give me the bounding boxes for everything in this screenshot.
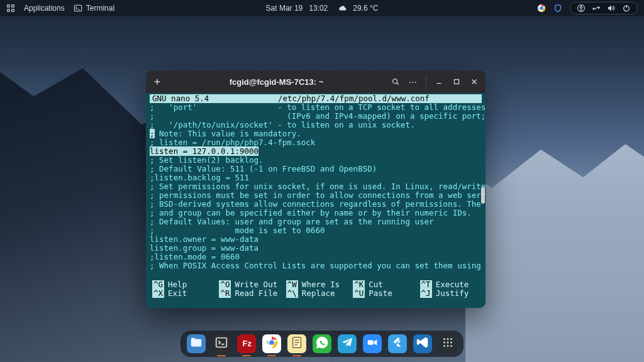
nano-line: ; Note: This value is mandatory. — [150, 129, 482, 138]
svg-point-26 — [450, 345, 452, 347]
close-button[interactable] — [468, 75, 480, 88]
chrome-tray-icon[interactable] — [537, 4, 546, 13]
nano-line: ; BSD-derived systems allow connections … — [150, 200, 482, 209]
accessibility-icon — [577, 4, 586, 13]
shortcut-label: Where Is — [302, 280, 340, 289]
dock-app-files[interactable] — [187, 334, 206, 353]
active-window-indicator[interactable]: Terminal — [74, 4, 114, 13]
dock-app-notes[interactable] — [287, 334, 306, 353]
dock-app-vscode[interactable] — [413, 334, 432, 353]
minimize-button[interactable] — [433, 75, 445, 88]
top-panel: Applications Terminal Sat Mar 19 13:02 2… — [0, 0, 644, 16]
svg-point-25 — [447, 345, 449, 347]
terminal-scrollbar[interactable] — [481, 187, 485, 204]
terminal-icon — [214, 336, 228, 352]
nano-shortcut: ^WWhere Is — [286, 280, 345, 289]
shortcut-label: Paste — [369, 289, 392, 298]
svg-rect-3 — [12, 9, 14, 12]
window-title: fcgid@fcgid-MS-7C13: ~ — [169, 77, 384, 87]
shield-icon[interactable] — [553, 4, 562, 13]
nano-line: ; Set permissions for unix socket, if on… — [150, 182, 482, 191]
svg-point-24 — [443, 345, 445, 347]
shortcut-label: Help — [168, 280, 187, 289]
dock-app-filezilla[interactable]: Fz — [237, 334, 256, 353]
shortcut-label: Read File — [235, 289, 277, 298]
svg-point-22 — [447, 342, 449, 344]
active-window-label: Terminal — [86, 4, 114, 13]
nano-shortcut: ^RRead File — [219, 289, 278, 298]
power-icon — [622, 4, 631, 13]
terminal-icon — [74, 4, 82, 13]
nano-shortcuts: ^GHelp^OWrite Out^WWhere Is^KCut^TExecut… — [150, 279, 482, 300]
dock-app-chrome[interactable] — [262, 334, 281, 353]
grid-icon — [441, 336, 455, 352]
weather-temp: 29.6 °C — [353, 4, 378, 13]
dock-app-whatsapp[interactable] — [313, 334, 331, 353]
shortcut-key: ^W — [286, 280, 298, 289]
applications-menu[interactable]: Applications — [24, 4, 65, 13]
shortcut-key: ^G — [152, 280, 164, 289]
shortcut-key: ^X — [152, 289, 164, 298]
nano-shortcut: ^TExecute — [420, 280, 479, 289]
shortcut-key: ^O — [219, 280, 231, 289]
shortcut-label: Justify — [436, 289, 469, 298]
svg-text:Fz: Fz — [243, 339, 252, 348]
nano-line: ; When POSIX Access Control Lists are su… — [150, 261, 482, 270]
dock-app-terminal[interactable] — [212, 334, 231, 353]
vscode-icon — [416, 336, 430, 352]
dock-app-flutter[interactable] — [388, 334, 407, 353]
dock-app-telegram[interactable] — [338, 334, 357, 353]
zoom-icon — [365, 336, 379, 352]
shortcut-key: ^R — [219, 289, 231, 298]
nano-line: ; mode is set to 0660 — [150, 226, 482, 235]
svg-rect-12 — [216, 338, 227, 348]
shortcut-label: Write Out — [235, 280, 277, 289]
nano-line: listen.owner = www-data — [150, 235, 482, 244]
svg-rect-1 — [12, 5, 14, 8]
window-titlebar[interactable]: fcgid@fcgid-MS-7C13: ~ ⋯ — [146, 70, 486, 93]
shortcut-key: ^T — [420, 280, 432, 289]
svg-rect-17 — [368, 340, 374, 344]
dock: Fz — [180, 331, 464, 357]
svg-point-23 — [450, 342, 452, 344]
shortcut-key: ^U — [353, 289, 365, 298]
system-status-pill[interactable] — [570, 2, 638, 14]
clock-area[interactable]: Sat Mar 19 13:02 29.6 °C — [266, 4, 379, 13]
menu-button[interactable]: ⋯ — [407, 75, 419, 88]
nano-line: ; Set listen(2) backlog. — [150, 156, 482, 165]
apps-menu-icon[interactable] — [6, 4, 15, 13]
shortcut-label: Replace — [302, 289, 335, 298]
nano-line: listen.group = www-data — [150, 244, 482, 253]
nano-line: ;listen.mode = 0660 — [150, 253, 482, 261]
nano-line: ; 'port' - to listen on a TCP socket to … — [150, 103, 482, 112]
shortcut-label: Execute — [436, 280, 469, 289]
terminal-body[interactable]: GNU nano 5.4 /etc/php/7.4/fpm/pool.d/www… — [146, 93, 486, 308]
applications-label: Applications — [24, 4, 65, 13]
svg-rect-11 — [455, 80, 459, 84]
nano-line: ; listen = /run/php/php7.4-fpm.sock — [150, 138, 482, 147]
maximize-button[interactable] — [450, 75, 463, 88]
svg-point-6 — [540, 6, 543, 10]
shortcut-key: ^\ — [286, 289, 298, 298]
dock-app-apps[interactable] — [438, 334, 457, 353]
telegram-icon — [340, 336, 354, 352]
cloud-icon — [338, 4, 347, 13]
svg-point-19 — [447, 338, 449, 340]
nano-header: GNU nano 5.4 /etc/php/7.4/fpm/pool.d/www… — [150, 94, 482, 103]
volume-icon — [607, 4, 616, 13]
dock-app-zoom[interactable] — [363, 334, 382, 353]
nano-version: GNU nano 5.4 — [152, 94, 265, 103]
svg-point-8 — [580, 6, 582, 7]
new-tab-button[interactable] — [151, 75, 164, 88]
nano-shortcut: ^KCut — [353, 280, 412, 289]
flutter-icon — [391, 336, 404, 352]
nano-shortcut: ^OWrite Out — [219, 280, 278, 289]
time-label: 13:02 — [309, 4, 328, 13]
nano-shortcut: ^XExit — [152, 289, 211, 298]
search-button[interactable] — [389, 75, 402, 88]
nano-line: listen = 127.0.0.1:9000 — [150, 147, 482, 156]
notes-icon — [290, 336, 304, 352]
svg-point-21 — [443, 342, 445, 344]
nano-line: ; (IPv6 and IPv4-mapped) on a specific p… — [150, 112, 482, 121]
nano-content: ; 'port' - to listen on a TCP socket to … — [150, 103, 482, 279]
